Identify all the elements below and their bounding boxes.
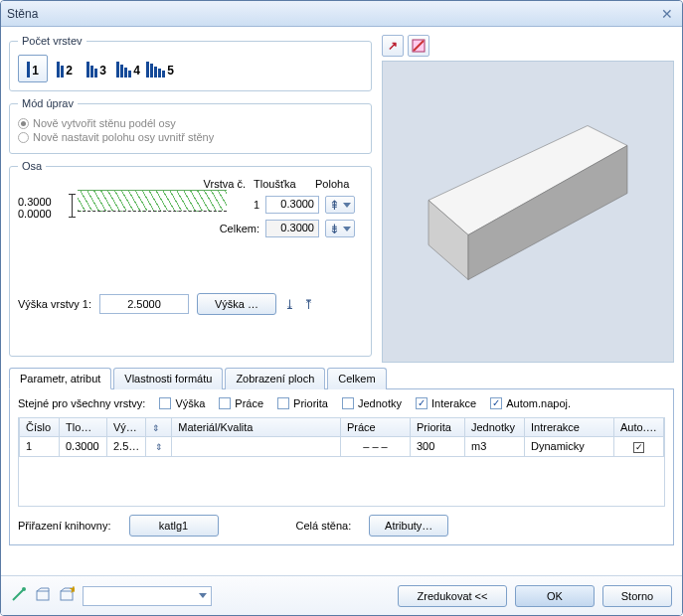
col-hgticon[interactable]: ⇕ xyxy=(146,418,172,437)
tab-panel-parameter: Stejné pro všechny vrstvy: Výška Práce P… xyxy=(9,389,674,545)
axis-row-position[interactable]: ⇞ xyxy=(325,196,355,214)
window-title: Stěna xyxy=(7,7,658,21)
cell-num[interactable]: 1 xyxy=(20,437,60,457)
svg-rect-7 xyxy=(37,591,49,600)
dialog-body: Počet vrstev 1 2 3 4 xyxy=(1,27,682,615)
cell-work[interactable]: – – – xyxy=(341,437,411,457)
cell-inter[interactable]: Dynamicky xyxy=(525,437,614,457)
library-label: Přiřazení knihovny: xyxy=(18,520,111,532)
close-icon[interactable]: ✕ xyxy=(658,5,676,23)
svg-line-5 xyxy=(13,590,23,600)
tab-surfaces[interactable]: Zobrazení ploch xyxy=(225,368,325,389)
ok-button[interactable]: OK xyxy=(515,585,595,607)
cell-auto[interactable] xyxy=(614,437,664,457)
svg-text:★: ★ xyxy=(69,586,75,595)
axis-diagram[interactable] xyxy=(78,190,227,230)
eyedropper-icon[interactable] xyxy=(11,586,27,605)
edit-mode-opt2: Nově nastavit polohu osy uvnitř stěny xyxy=(18,131,363,143)
axis-total-label: Celkem: xyxy=(206,223,259,234)
col-prio[interactable]: Priorita xyxy=(411,418,465,437)
axis-row-layer: 1 xyxy=(206,199,259,211)
radio-icon xyxy=(18,118,29,129)
axis-scale: 0.3000 0.0000 xyxy=(18,196,52,220)
same-all-label: Stejné pro všechny vrstvy: xyxy=(18,397,145,409)
axis-headers: Vrstva č. Tloušťka Poloha xyxy=(192,178,355,190)
cell-unit[interactable]: m3 xyxy=(465,437,525,457)
chk-interaction[interactable]: Interakce xyxy=(416,397,476,409)
cancel-button[interactable]: Storno xyxy=(602,585,672,607)
edit-mode-legend: Mód úprav xyxy=(18,97,78,109)
cell-hgticon[interactable]: ⇕ xyxy=(146,437,172,457)
col-auto[interactable]: Auto.… xyxy=(614,418,664,437)
grid-row[interactable]: 1 0.3000 2.5… ⇕ – – – 300 m3 Dynamicky xyxy=(20,437,664,457)
checkbox-icon xyxy=(633,442,644,453)
layer-grid[interactable]: Číslo Tlo… Vý… ⇕ Materiál/Kvalita Práce … xyxy=(18,417,665,507)
col-num[interactable]: Číslo xyxy=(20,418,60,437)
col-unit[interactable]: Jednotky xyxy=(465,418,525,437)
axis-group: Osa 0.3000 0.0000 Vrstva č. Tloušťka xyxy=(9,160,372,357)
dialog-window: Stěna ✕ Počet vrstev 1 2 3 xyxy=(0,0,683,616)
tab-format[interactable]: Vlastnosti formátu xyxy=(113,368,223,389)
reduce-button[interactable]: Zredukovat << xyxy=(398,585,507,607)
chk-priority[interactable]: Priorita xyxy=(277,397,328,409)
col-work[interactable]: Práce xyxy=(341,418,411,437)
library-button[interactable]: katlg1 xyxy=(129,515,219,537)
layer-count-legend: Počet vrstev xyxy=(18,35,86,47)
tab-total[interactable]: Celkem xyxy=(327,368,386,389)
attributes-button[interactable]: Atributy… xyxy=(369,515,448,537)
col-thk[interactable]: Tlo… xyxy=(60,418,107,437)
layer-count-5[interactable]: 5 xyxy=(145,55,175,82)
cell-thk[interactable]: 0.3000 xyxy=(60,437,107,457)
favorite-icon[interactable] xyxy=(35,586,51,605)
dimension-icon xyxy=(72,194,73,218)
col-hgt[interactable]: Vý… xyxy=(107,418,146,437)
navigator-icon xyxy=(412,39,426,53)
cell-hgt[interactable]: 2.5… xyxy=(107,437,146,457)
edit-mode-opt1: Nově vytvořit stěnu podél osy xyxy=(18,117,363,129)
grid-header-row: Číslo Tlo… Vý… ⇕ Materiál/Kvalita Práce … xyxy=(20,418,664,437)
height-link-icon: ⇕ xyxy=(155,442,163,452)
height-label: Výška vrstvy 1: xyxy=(18,298,91,310)
radio-icon xyxy=(18,132,29,143)
layer-count-1[interactable]: 1 xyxy=(18,55,48,82)
whole-wall-label: Celá stěna: xyxy=(296,520,352,532)
height-field[interactable] xyxy=(99,294,189,314)
tabs: Parametr, atribut Vlastnosti formátu Zob… xyxy=(9,367,674,389)
axis-total-position[interactable]: ⇟ xyxy=(325,220,355,237)
expand-icon: ↗ xyxy=(388,39,398,53)
layer-count-4[interactable]: 4 xyxy=(113,55,143,82)
titlebar: Stěna ✕ xyxy=(1,1,682,27)
layer-count-3[interactable]: 3 xyxy=(82,55,111,82)
navigator-button[interactable] xyxy=(408,35,429,57)
axis-total-value: 0.3000 xyxy=(265,220,319,237)
col-inter[interactable]: Intrerakce xyxy=(525,418,614,437)
axis-row-thickness[interactable]: 0.3000 xyxy=(265,196,319,214)
axis-legend: Osa xyxy=(18,160,46,172)
align-bottom-icon[interactable]: ⤓ xyxy=(284,297,295,312)
preview-3d[interactable] xyxy=(382,61,674,363)
svg-point-6 xyxy=(22,587,26,591)
cell-mat[interactable] xyxy=(172,437,341,457)
bottom-bar: ★ Zredukovat << OK Storno xyxy=(1,575,682,615)
cell-prio[interactable]: 300 xyxy=(411,437,465,457)
height-button[interactable]: Výška … xyxy=(197,293,276,315)
tab-parameter[interactable]: Parametr, atribut xyxy=(9,368,111,389)
layer-count-2[interactable]: 2 xyxy=(50,55,80,82)
chevron-down-icon xyxy=(199,593,207,598)
chk-height[interactable]: Výška xyxy=(159,397,205,409)
chk-auto[interactable]: Autom.napoj. xyxy=(490,397,571,409)
edit-mode-group: Mód úprav Nově vytvořit stěnu podél osy … xyxy=(9,97,372,154)
chk-work[interactable]: Práce xyxy=(219,397,263,409)
favorite-add-icon[interactable]: ★ xyxy=(59,586,75,605)
layer-count-group: Počet vrstev 1 2 3 4 xyxy=(9,35,372,91)
favorite-combo[interactable] xyxy=(83,586,212,606)
height-link-icon: ⇕ xyxy=(152,423,160,433)
wall-3d-graphic xyxy=(399,86,657,315)
expand-preview-button[interactable]: ↗ xyxy=(382,35,404,57)
chk-units[interactable]: Jednotky xyxy=(342,397,402,409)
align-top-icon[interactable]: ⤒ xyxy=(303,297,314,312)
col-mat[interactable]: Materiál/Kvalita xyxy=(172,418,341,437)
